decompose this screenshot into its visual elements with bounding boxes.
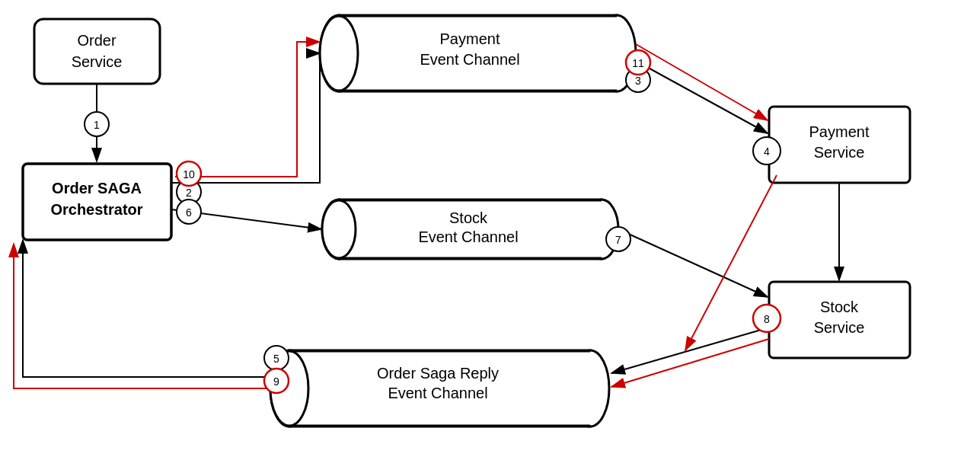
payment-service-label: Payment [809, 123, 870, 140]
svg-line-34 [636, 44, 768, 120]
architecture-diagram: Order Service Order SAGA Orchestrator Pa… [0, 0, 980, 476]
payment-channel-label: Payment [440, 30, 500, 47]
svg-text:Orchestrator: Orchestrator [50, 201, 142, 218]
step-1: 1 [94, 119, 100, 131]
order-service-label: Order [77, 32, 116, 49]
svg-line-35 [611, 339, 769, 387]
step-6: 6 [186, 206, 192, 219]
svg-text:Service: Service [814, 319, 865, 336]
svg-text:Event Channel: Event Channel [418, 228, 518, 245]
step-10: 10 [183, 168, 195, 180]
svg-text:Service: Service [814, 144, 865, 161]
order-service-box [34, 19, 160, 84]
step-3: 3 [635, 75, 641, 87]
step-9: 9 [273, 375, 279, 388]
step-7: 7 [615, 234, 621, 246]
svg-line-29 [636, 61, 768, 133]
step-11: 11 [632, 57, 644, 69]
svg-text:Service: Service [72, 53, 123, 70]
svg-line-32 [618, 229, 768, 297]
step-8: 8 [764, 313, 770, 325]
svg-text:Event Channel: Event Channel [420, 51, 519, 68]
step-2: 2 [186, 187, 192, 199]
step-5: 5 [273, 353, 279, 365]
svg-point-17 [322, 200, 356, 258]
svg-line-33 [611, 327, 769, 373]
reply-channel-label: Order Saga Reply [377, 365, 499, 382]
orchestrator-label: Order SAGA [52, 180, 142, 196]
stock-service-label: Stock [820, 299, 859, 315]
stock-channel-label: Stock [449, 209, 488, 226]
svg-text:Event Channel: Event Channel [388, 385, 487, 401]
step-4: 4 [764, 145, 770, 158]
svg-point-10 [320, 16, 358, 91]
